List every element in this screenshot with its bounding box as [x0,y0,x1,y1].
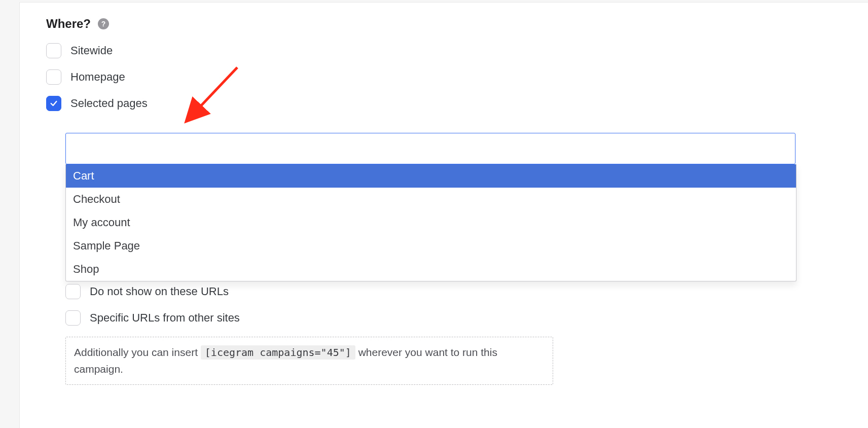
page-option[interactable]: Sample Page [66,234,796,258]
option-exclude-urls-label: Do not show on these URLs [90,285,229,298]
page-option[interactable]: Cart [66,164,796,188]
option-sitewide[interactable]: Sitewide [46,43,868,58]
section-header: Where? ? [46,17,868,31]
page-option-label: Cart [73,169,94,183]
checkbox-selected-pages[interactable] [46,96,61,111]
checkbox-exclude-urls[interactable] [65,284,81,299]
option-selected-pages[interactable]: Selected pages [46,96,868,111]
page-option-label: My account [73,216,130,229]
option-other-sites-label: Specific URLs from other sites [90,311,240,325]
where-panel: Where? ? Sitewide Homepage Selected page… [19,2,868,428]
page-option[interactable]: Checkout [66,188,796,211]
option-other-sites[interactable]: Specific URLs from other sites [65,310,838,326]
option-sitewide-label: Sitewide [70,44,113,57]
page-option[interactable]: Shop [66,258,796,281]
page-option-label: Sample Page [73,239,140,253]
option-selected-pages-label: Selected pages [70,97,148,110]
checkbox-other-sites[interactable] [65,310,81,326]
option-exclude-urls[interactable]: Do not show on these URLs [65,284,838,299]
help-icon[interactable]: ? [98,18,109,29]
page-option[interactable]: My account [66,211,796,234]
section-title: Where? [46,17,91,31]
page-option-label: Shop [73,263,99,276]
option-homepage-label: Homepage [70,70,125,84]
page-root: Where? ? Sitewide Homepage Selected page… [0,0,868,428]
page-select-input[interactable] [65,133,795,164]
option-homepage[interactable]: Homepage [46,69,868,85]
page-select: Cart Checkout My account Sample Page Sho… [65,133,795,281]
shortcode-chip: [icegram campaigns="45"] [201,345,355,360]
additional-options: Do not show on these URLs Specific URLs … [65,284,838,385]
page-select-list: Cart Checkout My account Sample Page Sho… [65,164,797,281]
checkbox-homepage[interactable] [46,69,61,85]
checkbox-sitewide[interactable] [46,43,61,58]
hint-pre: Additionally you can insert [74,346,201,358]
page-option-label: Checkout [73,193,120,206]
shortcode-hint: Additionally you can insert [icegram cam… [65,337,553,385]
